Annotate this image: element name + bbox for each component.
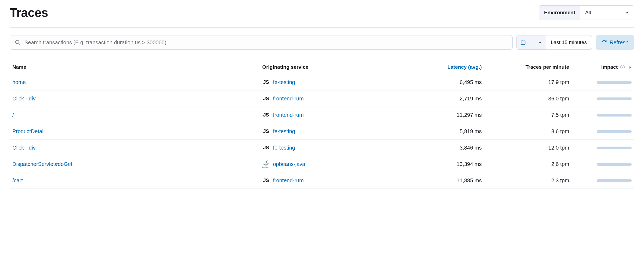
service-link[interactable]: frontend-rum — [273, 177, 304, 184]
table-row: /cart JS frontend-rum 11,885 ms 2.3 tpm — [10, 172, 634, 189]
calendar-icon — [520, 40, 526, 45]
java-icon — [262, 160, 270, 168]
svg-point-0 — [16, 40, 19, 44]
table-row: / JS frontend-rum 11,297 ms 7.5 tpm — [10, 107, 634, 123]
js-icon: JS — [262, 177, 270, 184]
table-row: Click - div JS fe-testing 3,846 ms 12.0 … — [10, 140, 634, 156]
trace-name-link[interactable]: DispatcherServlet#doGet — [12, 161, 72, 167]
service-link[interactable]: fe-testing — [273, 79, 295, 85]
trace-name-link[interactable]: Click - div — [12, 145, 36, 151]
environment-selector[interactable]: Environment All — [539, 5, 634, 20]
column-header-impact[interactable]: Impact ? — [572, 60, 634, 74]
service-link[interactable]: frontend-rum — [273, 96, 304, 102]
latency-value: 13,394 ms — [397, 156, 484, 172]
tpm-value: 12.0 tpm — [484, 140, 572, 156]
trace-name-link[interactable]: home — [12, 79, 26, 85]
latency-value: 5,819 ms — [397, 123, 484, 140]
traces-table: Name Originating service Latency (avg.) … — [10, 60, 634, 189]
latency-value: 6,495 ms — [397, 74, 484, 90]
tpm-value: 2.3 tpm — [484, 172, 572, 189]
js-icon: JS — [262, 111, 270, 119]
column-header-service[interactable]: Originating service — [259, 60, 397, 74]
service-link[interactable]: fe-testing — [273, 128, 295, 135]
search-box[interactable] — [10, 35, 513, 50]
latency-value: 11,885 ms — [397, 172, 484, 189]
chevron-down-icon — [624, 10, 629, 15]
table-row: ProductDetail JS fe-testing 5,819 ms 8.6… — [10, 123, 634, 140]
refresh-button[interactable]: Refresh — [596, 35, 634, 50]
svg-line-1 — [19, 43, 20, 45]
chevron-down-icon — [538, 41, 542, 44]
js-icon: JS — [262, 128, 270, 135]
latency-value: 3,846 ms — [397, 140, 484, 156]
environment-value-text: All — [585, 10, 591, 16]
service-link[interactable]: opbeans-java — [273, 161, 305, 167]
trace-name-link[interactable]: /cart — [12, 177, 23, 183]
column-header-latency[interactable]: Latency (avg.) — [397, 60, 484, 74]
trace-name-link[interactable]: ProductDetail — [12, 128, 45, 134]
search-icon — [15, 39, 21, 45]
search-input[interactable] — [24, 39, 508, 46]
tpm-value: 36.0 tpm — [484, 90, 572, 107]
help-icon[interactable]: ? — [620, 65, 625, 69]
table-row: Click - div JS frontend-rum 2,719 ms 36.… — [10, 90, 634, 107]
impact-bar — [597, 114, 632, 117]
latency-value: 2,719 ms — [397, 90, 484, 107]
environment-value[interactable]: All — [580, 6, 634, 20]
trace-name-link[interactable]: / — [12, 112, 14, 118]
time-picker-value: Last 15 minutes — [546, 35, 592, 49]
impact-bar — [597, 179, 632, 182]
sort-descending-icon — [628, 65, 632, 69]
service-link[interactable]: frontend-rum — [273, 112, 304, 118]
impact-bar — [597, 81, 632, 84]
js-icon: JS — [262, 95, 270, 102]
impact-bar — [597, 163, 632, 166]
tpm-value: 7.5 tpm — [484, 107, 572, 123]
js-icon: JS — [262, 144, 270, 151]
column-header-name[interactable]: Name — [10, 60, 259, 74]
impact-bar — [597, 130, 632, 133]
svg-rect-2 — [521, 41, 525, 44]
service-link[interactable]: fe-testing — [273, 145, 295, 151]
js-icon: JS — [262, 78, 270, 86]
column-header-impact-label: Impact — [601, 64, 618, 70]
page-title: Traces — [10, 5, 48, 20]
environment-label: Environment — [539, 6, 580, 20]
tpm-value: 17.9 tpm — [484, 74, 572, 90]
impact-bar — [597, 147, 632, 149]
trace-name-link[interactable]: Click - div — [12, 96, 36, 101]
table-row: home JS fe-testing 6,495 ms 17.9 tpm — [10, 74, 634, 90]
impact-bar — [597, 97, 632, 100]
latency-value: 11,297 ms — [397, 107, 484, 123]
tpm-value: 2.6 tpm — [484, 156, 572, 172]
refresh-icon — [602, 40, 607, 45]
column-header-tpm[interactable]: Traces per minute — [484, 60, 572, 74]
time-picker[interactable]: Last 15 minutes — [516, 35, 592, 50]
refresh-label: Refresh — [610, 39, 628, 46]
time-picker-button[interactable] — [517, 35, 546, 49]
table-row: DispatcherServlet#doGet opbeans-java 13,… — [10, 156, 634, 172]
tpm-value: 8.6 tpm — [484, 123, 572, 140]
